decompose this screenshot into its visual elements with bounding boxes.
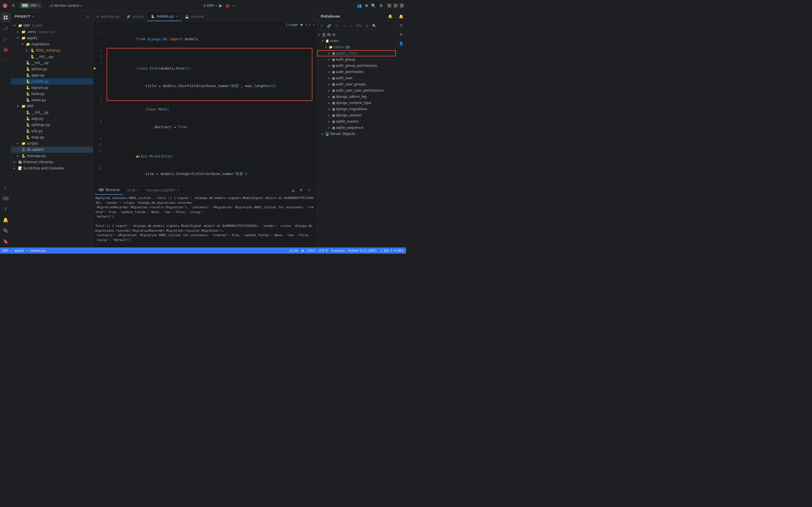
db-refresh-button[interactable]: ↺ [333, 22, 340, 29]
db-table-django-migrations[interactable]: ▶ ▦ django_migrations [317, 106, 396, 112]
db-table-auth-group-permissions[interactable]: ▶ ▦ auth_group_permissions [317, 63, 396, 69]
right-settings-icon[interactable]: ⚙ [397, 21, 405, 29]
tree-item-manage[interactable]: ▶ 🐍 manage.py [11, 153, 93, 159]
status-project[interactable]: DRF [2, 249, 8, 252]
tree-item-app01[interactable]: ▼ 📁 app01 [11, 35, 93, 41]
minimize-button[interactable]: ─ [387, 4, 391, 8]
status-indent[interactable]: 4 spaces [331, 249, 345, 252]
tree-item-models[interactable]: ▶ 🐍 models.py [11, 78, 93, 84]
status-breadcrumb-file[interactable]: models.py [30, 249, 46, 252]
tree-item-tests[interactable]: ▶ 🐍 tests.py [11, 91, 93, 97]
db-filter-button[interactable]: 🔍 [371, 22, 378, 29]
terminal-scroll-up[interactable]: ▲ [290, 187, 296, 193]
tree-item-init-app01[interactable]: ▶ 🐍 __init__.py [11, 60, 93, 66]
tab-settings[interactable]: ⚙ settings.py [93, 12, 123, 21]
search-button[interactable]: 🔍 [371, 3, 376, 8]
tab-close-icon[interactable]: ✕ [176, 15, 178, 18]
database-notification-icon[interactable]: 🔔 [388, 14, 392, 18]
tree-item-migrations[interactable]: ▼ 📁 migrations [11, 41, 93, 47]
db-table-django-session[interactable]: ▶ ▦ django_session [317, 112, 396, 118]
sidebar-gear-icon[interactable]: ⚙ [87, 15, 89, 18]
tree-item-db-sqlite3[interactable]: ▶ 🗄️ db.sqlite3 [11, 147, 93, 153]
activity-plugins-icon[interactable]: 🔌 [1, 225, 11, 236]
activity-problems-icon[interactable]: ⚠ [1, 183, 11, 193]
bottom-tab-terminal[interactable]: ⌨ Terminal [95, 186, 123, 195]
tree-item-settings[interactable]: ▶ 🐍 settings.py [11, 122, 93, 128]
right-user-icon[interactable]: 👤 [397, 40, 405, 47]
right-notifications-icon[interactable]: 🔔 [397, 12, 405, 20]
activity-git-icon[interactable]: ↕ [1, 204, 11, 214]
settings-button[interactable]: ⚙ [379, 3, 383, 8]
tree-item-init-migrations[interactable]: ▶ 🐍 __init__.py [11, 54, 93, 60]
tab-urls[interactable]: 🔗 urls.py [123, 12, 148, 21]
debug-button[interactable]: 🐞 [225, 3, 230, 8]
code-editor[interactable]: 1 from django.db import models 2 3 [93, 28, 317, 185]
tree-item-apps[interactable]: ▶ 🐍 apps.py [11, 72, 93, 78]
tree-item-drf-root[interactable]: ▼ 📁 DRF E:\DRF [11, 22, 93, 29]
version-control-label[interactable]: ⎇ Version control ▾ [49, 4, 82, 8]
db-table-app01-mine[interactable]: ▶ ▦ app01_mine [317, 50, 396, 56]
db-table-sqlite-sequence[interactable]: ▶ ▦ sqlite_sequence [317, 124, 396, 131]
tree-item-asgi[interactable]: ▶ 🐍 asgi.py [11, 116, 93, 122]
chevron-down-icon[interactable]: ▾ [313, 23, 315, 26]
db-tables-folder[interactable]: ▼ 📁 tables 13 [317, 44, 396, 50]
tab-console[interactable]: 💻 console [181, 12, 207, 21]
db-root-item[interactable]: ▼ 🗄️ db 1 [317, 32, 396, 38]
activity-bookmarks-icon[interactable]: 🔖 [1, 236, 11, 246]
tabs-more-button[interactable]: ⋮ [309, 17, 317, 21]
tab-close-icon[interactable]: ✕ [177, 188, 179, 192]
status-line-ending[interactable]: CRLF [307, 249, 315, 252]
db-table-auth-group[interactable]: ▶ ▦ auth_group [317, 56, 396, 63]
collab-button[interactable]: 👥 [357, 3, 362, 8]
db-sync-button[interactable]: ⇄ [364, 22, 371, 29]
tree-item-scratches[interactable]: ▶ 📝 Scratches and Consoles [11, 165, 93, 171]
activity-terminal-icon[interactable]: ⌨ [1, 193, 11, 204]
status-breadcrumb-app[interactable]: app01 [14, 249, 24, 252]
terminal-scroll-down[interactable]: ▼ [298, 187, 305, 193]
db-ddl-button[interactable]: DDL [355, 22, 363, 29]
db-connect-button[interactable]: 🔗 [326, 22, 332, 29]
tree-item-0001[interactable]: ▶ 🐍 0001_initial.py [11, 47, 93, 54]
db-main-schema[interactable]: ▼ 📋 main [317, 38, 396, 44]
translate-button[interactable]: A [365, 4, 368, 8]
tree-item-wsgi[interactable]: ▶ 🐍 wsgi.py [11, 134, 93, 140]
terminal-content[interactable]: Applying sessions.0001_initial...func1 (… [93, 195, 317, 247]
activity-run-icon[interactable]: ▷ [1, 34, 11, 44]
status-git-info[interactable]: ↓ 361 ↑ 4 09% [380, 249, 404, 252]
tree-item-init-drf[interactable]: ▶ 🐍 __init__.py [11, 109, 93, 116]
close-button[interactable]: ✕ [400, 4, 404, 8]
tree-item-urls[interactable]: ▶ 🐍 urls.py [11, 128, 93, 134]
bottom-tab-manage[interactable]: manage.py@DRF ✕ [143, 186, 183, 195]
db-forward-button[interactable]: ▷ [347, 22, 355, 29]
maximize-button[interactable]: □ [394, 4, 397, 8]
activity-debug-icon[interactable]: 🐞 [1, 45, 11, 55]
tree-item-scripts[interactable]: ▶ 📁 scripts [11, 140, 93, 147]
more-run-options[interactable]: ⋯ [232, 3, 236, 8]
tree-item-signals[interactable]: ▶ 🐍 signals.py [11, 84, 93, 91]
tree-item-drf-folder[interactable]: ▼ 📁 DRF [11, 103, 93, 109]
db-server-objects[interactable]: ▶ 🖥️ Server Objects [317, 131, 396, 137]
activity-project-icon[interactable] [1, 12, 11, 22]
db-table-sqlite-master[interactable]: ▶ ▦ sqlite_master [317, 118, 396, 124]
db-table-auth-user-groups[interactable]: ▶ ▦ auth_user_groups [317, 81, 396, 88]
status-charset[interactable]: UTF-8 [319, 249, 328, 252]
status-python[interactable]: Python 3.11 (DRF) [348, 249, 376, 252]
tree-item-venv[interactable]: ▶ 📁 .venv library root [11, 29, 93, 35]
dj-config[interactable]: dj DRF ▾ [203, 4, 217, 8]
db-table-auth-user-user-permissions[interactable]: ▶ ▦ auth_user_user_permissions [317, 88, 396, 94]
activity-commit-icon[interactable]: ⎇ [1, 23, 11, 33]
bottom-tab-local[interactable]: Local ✕ [123, 186, 143, 195]
right-translate-icon[interactable]: A [397, 31, 405, 38]
tab-models[interactable]: 🐍 models.py ✕ [148, 12, 182, 21]
db-table-django-admin-log[interactable]: ▶ ▦ django_admin_log [317, 94, 396, 100]
db-table-django-content-type[interactable]: ▶ ▦ django_content_type [317, 100, 396, 106]
activity-notifications-icon[interactable]: 🔔 [1, 215, 11, 225]
db-table-auth-user[interactable]: ▶ ▦ auth_user [317, 75, 396, 81]
run-button[interactable]: ▶ [219, 3, 222, 8]
terminal-close[interactable]: ✕ [306, 187, 312, 193]
activity-more-icon[interactable]: ⋯ [1, 55, 11, 65]
tree-item-admin[interactable]: ▶ 🐍 admin.py [11, 66, 93, 72]
tree-item-views[interactable]: ▶ 🐍 views.py [11, 97, 93, 103]
db-add-button[interactable]: + [318, 22, 325, 29]
menu-button[interactable]: ☰ [10, 3, 17, 9]
